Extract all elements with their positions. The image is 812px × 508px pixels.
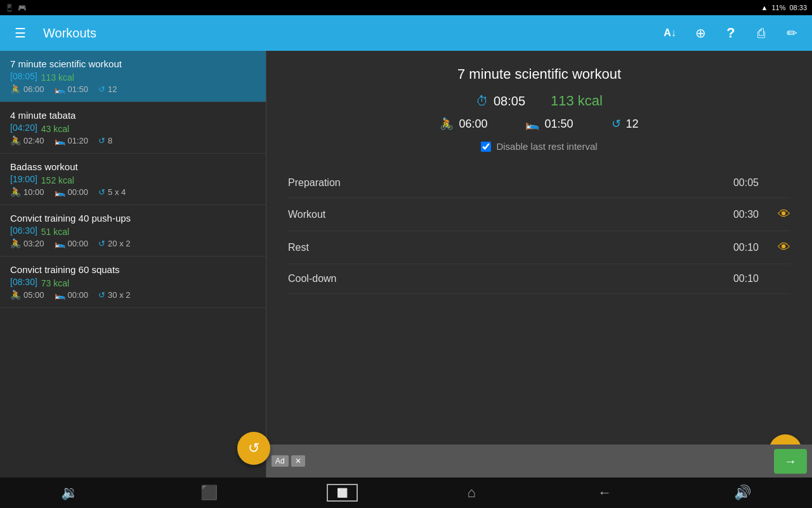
workout-rest-stat: 🛌 01:50 — [55, 84, 89, 94]
notification-icon1: 📱 — [5, 4, 14, 12]
recent-apps-icon[interactable]: ⬛ — [188, 479, 230, 506]
workout-name: Badass workout — [10, 161, 78, 172]
cycles-stat-value: 8 — [108, 136, 112, 145]
workout-duration: [19:00] — [10, 174, 37, 184]
eye-icon[interactable]: 👁 — [778, 240, 790, 254]
workout-list-item[interactable]: Convict training 60 squats [08:30] 73 kc… — [0, 257, 266, 308]
detail-title: 7 minute scientific workout — [287, 66, 792, 83]
workout-duration-row: [04:20] 43 kcal — [10, 123, 256, 135]
workout-list-item[interactable]: Convict training 40 push-ups [06:30] 51 … — [0, 205, 266, 257]
disable-last-rest-checkbox[interactable] — [481, 142, 491, 152]
globe-button[interactable]: ⊕ — [688, 20, 713, 46]
cycles-value: 12 — [626, 117, 639, 131]
workout-active-time: 🚴 02:40 — [10, 135, 44, 145]
toolbar-actions: A↓ ⊕ ? ⎙ ✏ — [657, 20, 804, 46]
menu-button[interactable]: ☰ — [8, 20, 33, 46]
workout-kcal: 51 kcal — [41, 227, 69, 237]
workout-duration: [08:30] — [10, 277, 37, 287]
workout-stats: 🚴 03:20 🛌 00:00 ↺ 20 x 2 — [10, 238, 256, 248]
interval-eye-cell[interactable]: 👁 — [759, 240, 790, 255]
workout-cycles-stat: ↺ 20 x 2 — [98, 239, 130, 248]
time-display: 08:33 — [789, 4, 807, 11]
ad-label: Ad — [272, 455, 289, 467]
toolbar: ☰ Workouts A↓ ⊕ ? ⎙ ✏ — [0, 15, 812, 51]
workout-kcal: 152 kcal — [41, 175, 74, 185]
interval-time: 00:10 — [708, 273, 759, 284]
workout-item-header: 7 minute scientific workout — [10, 58, 256, 71]
ad-close-icon[interactable]: ✕ — [291, 455, 305, 467]
cycle-stat-icon: ↺ — [98, 136, 105, 145]
sort-icon: A↓ — [664, 27, 676, 39]
detail-row2: 🚴 06:00 🛌 01:50 ↺ 12 — [287, 117, 792, 131]
active-time-value: 03:20 — [23, 239, 44, 248]
battery-indicator: 11% — [771, 4, 785, 11]
volume-down-icon[interactable]: 🔉 — [48, 479, 91, 506]
active-time-value: 06:00 — [23, 84, 44, 94]
workout-duration: [08:05] — [10, 71, 37, 81]
back-icon[interactable]: ← — [585, 479, 624, 506]
rest-stat-value: 01:20 — [68, 136, 89, 145]
detail-cycles: ↺ 12 — [612, 117, 639, 131]
edit-button[interactable]: ✏ — [779, 20, 804, 46]
sleep-icon: 🛌 — [525, 117, 539, 131]
workout-name: 7 minute scientific workout — [10, 58, 122, 69]
workout-duration: [04:20] — [10, 123, 37, 133]
status-bar-left: 📱 🎮 — [5, 4, 27, 12]
cycle-stat-icon: ↺ — [98, 239, 105, 248]
sleep-stat-icon: 🛌 — [55, 187, 65, 197]
ad-arrow-button[interactable]: → — [774, 449, 807, 474]
sleep-stat-icon: 🛌 — [55, 290, 65, 300]
detail-workout-time: 🚴 06:00 — [440, 117, 487, 131]
sleep-stat-icon: 🛌 — [55, 238, 65, 248]
workout-active-time: 🚴 06:00 — [10, 84, 44, 94]
arrow-right-icon: → — [784, 454, 797, 468]
workout-duration-row: [08:30] 73 kcal — [10, 277, 256, 290]
pencil-icon: ✏ — [787, 25, 797, 41]
bike-icon: 🚴 — [440, 117, 454, 131]
help-icon: ? — [726, 25, 735, 41]
interval-row: Workout 00:30 👁 — [288, 198, 790, 231]
interval-eye-cell[interactable]: 👁 — [759, 207, 790, 222]
workout-cycles-stat: ↺ 8 — [98, 136, 112, 145]
notification-icon2: 🎮 — [18, 4, 27, 12]
nav-bar: 🔉 ⬛ ⬜ ⌂ ← 🔊 — [0, 478, 812, 508]
workout-name: 4 minute tabata — [10, 110, 75, 121]
cycle-icon: ↺ — [612, 117, 621, 131]
workout-rest-stat: 🛌 01:20 — [55, 135, 89, 145]
share-button[interactable]: ⎙ — [749, 20, 774, 46]
interval-row: Preparation 00:05 — [288, 168, 790, 198]
eye-icon[interactable]: 👁 — [778, 207, 790, 221]
workout-time-value: 06:00 — [459, 117, 487, 131]
workout-cycles-stat: ↺ 30 x 2 — [98, 290, 130, 300]
sleep-stat-icon: 🛌 — [55, 135, 65, 145]
cycles-stat-value: 5 x 4 — [108, 187, 126, 197]
cycles-stat-value: 30 x 2 — [108, 290, 130, 300]
disable-last-rest-row[interactable]: Disable last rest interval — [287, 141, 792, 152]
workout-duration-row: [06:30] 51 kcal — [10, 225, 256, 238]
volume-up-icon[interactable]: 🔊 — [721, 479, 764, 506]
rest-time-value: 01:50 — [544, 117, 573, 131]
workout-stats: 🚴 02:40 🛌 01:20 ↺ 8 — [10, 135, 256, 145]
status-bar: 📱 🎮 ▲ 11% 08:33 — [0, 0, 812, 15]
cycle-stat-icon: ↺ — [98, 187, 105, 197]
interval-name: Preparation — [288, 177, 708, 189]
detail-time-item: ⏱ 08:05 — [476, 93, 525, 109]
workout-list-item[interactable]: 4 minute tabata [04:20] 43 kcal 🚴 02:40 … — [0, 102, 266, 154]
screenshot-icon[interactable]: ⬜ — [327, 484, 358, 502]
hamburger-icon: ☰ — [15, 25, 26, 41]
rest-stat-value: 00:00 — [68, 290, 89, 300]
workout-stats: 🚴 06:00 🛌 01:50 ↺ 12 — [10, 84, 256, 94]
main-content: 7 minute scientific workout [08:05] 113 … — [0, 51, 812, 478]
status-bar-right: ▲ 11% 08:33 — [761, 4, 807, 11]
workout-kcal: 113 kcal — [41, 72, 74, 83]
help-button[interactable]: ? — [718, 20, 743, 46]
detail-rest-time: 🛌 01:50 — [525, 117, 573, 131]
home-icon[interactable]: ⌂ — [455, 479, 488, 506]
workout-list-item[interactable]: 7 minute scientific workout [08:05] 113 … — [0, 51, 266, 102]
bike-stat-icon: 🚴 — [10, 84, 21, 94]
bike-stat-icon: 🚴 — [10, 187, 21, 197]
sleep-stat-icon: 🛌 — [55, 84, 65, 94]
restore-fab[interactable]: ↺ — [237, 432, 270, 465]
sort-button[interactable]: A↓ — [657, 20, 683, 46]
workout-list-item[interactable]: Badass workout [19:00] 152 kcal 🚴 10:00 … — [0, 154, 266, 205]
